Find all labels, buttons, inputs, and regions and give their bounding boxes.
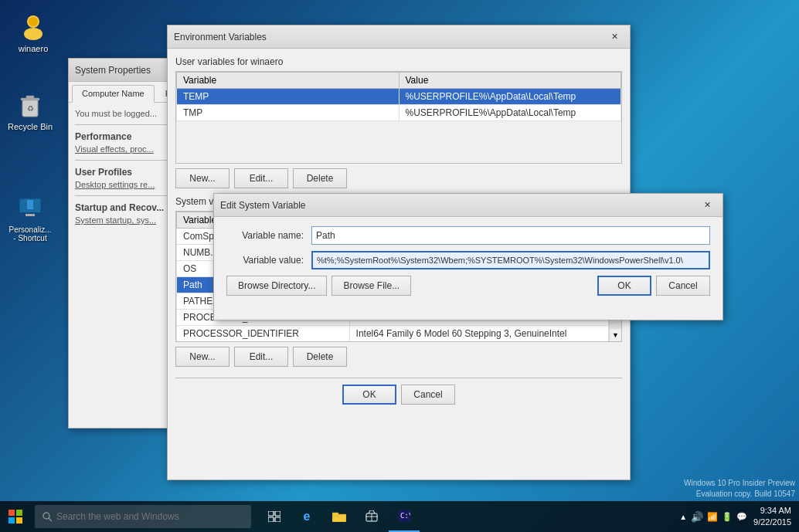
sys-new-button[interactable]: New... [175,347,230,367]
clock-time: 9:34 AM [753,505,791,517]
edge-browser-button[interactable]: e [291,501,322,532]
start-button[interactable] [0,501,31,532]
svg-rect-17 [268,511,274,516]
user-vars-table: Variable Value TEMP %USERPROFILE%\AppDat… [176,72,621,121]
svg-point-1 [24,28,42,40]
user-edit-button[interactable]: Edit... [234,168,288,188]
variable-value-row: Variable value: [226,251,710,269]
tray-icons: ▲ 🔊 📶 🔋 💬 [679,511,747,523]
user-var-value: %USERPROFILE%\AppData\Local\Temp [399,105,621,121]
svg-rect-18 [275,511,280,516]
edit-system-variable-dialog: Edit System Variable ✕ Variable name: Va… [213,193,723,320]
taskbar-clock[interactable]: 9:34 AM 9/22/2015 [753,505,791,529]
edit-var-controls: ✕ [698,197,716,214]
windows-info-line2: Evaluation copy. Build 10547 [684,489,795,500]
env-vars-titlebar[interactable]: Environment Variables ✕ [168,25,630,49]
sys-edit-button[interactable]: Edit... [234,347,288,367]
env-vars-controls: ✕ [605,29,624,46]
search-input[interactable] [56,511,226,522]
edit-var-ok-button[interactable]: OK [597,276,651,296]
env-vars-cancel-button[interactable]: Cancel [401,385,455,405]
tray-battery-icon[interactable]: 🔋 [722,512,733,522]
svg-point-15 [43,513,49,519]
windows-info-line1: Windows 10 Pro Insider Preview [684,478,795,489]
recycle-bin-icon: ♻ [15,89,46,120]
svg-rect-13 [8,517,15,524]
command-prompt-button[interactable]: C:\ [389,501,420,532]
user-table-col-value: Value [399,73,621,89]
taskbar-app-icons: e C:\ [259,501,420,532]
variable-value-input[interactable] [311,251,710,269]
svg-rect-9 [26,214,35,216]
clock-date: 9/22/2015 [753,517,791,528]
sys-var-name: PROCESSOR_IDENTIFIER [177,326,350,342]
taskbar-search-box[interactable] [35,505,251,528]
table-row[interactable]: PROCESSOR_IDENTIFIER Intel64 Family 6 Mo… [177,326,609,342]
table-row[interactable]: TEMP %USERPROFILE%\AppData\Local\Temp [177,89,621,105]
desktop-icon-winaero[interactable]: winaero [6,8,60,56]
windows-watermark: Windows 10 Pro Insider Preview Evaluatio… [684,478,799,500]
env-vars-ok-button[interactable]: OK [342,385,396,405]
tray-network-icon[interactable]: 🔊 [691,511,703,523]
tab-computer-name[interactable]: Computer Name [72,85,155,103]
env-vars-title: Environment Variables [174,32,605,42]
variable-name-input[interactable] [311,226,710,245]
tray-action-center[interactable]: 💬 [736,512,747,522]
sys-var-value: Intel64 Family 6 Model 60 Stepping 3, Ge… [349,326,608,342]
svg-rect-5 [26,96,34,99]
tray-expand[interactable]: ▲ [679,513,687,521]
edit-var-content: Variable name: Variable value: Browse Di… [214,217,722,305]
svg-rect-12 [16,510,22,516]
task-view-button[interactable] [259,501,290,532]
user-table-col-variable: Variable [177,73,400,89]
tray-volume-icon[interactable]: 📶 [707,512,718,522]
desktop-icon-recycle-bin[interactable]: ♻ Recycle Bin [3,86,57,134]
sys-props-title: System Properties [75,65,165,76]
scrollbar-down[interactable]: ▼ [610,329,621,341]
edit-var-titlebar[interactable]: Edit System Variable ✕ [214,194,722,217]
variable-name-label: Variable name: [226,230,311,241]
svg-rect-10 [27,200,33,209]
svg-text:C:\: C:\ [400,512,410,520]
file-explorer-button[interactable] [324,501,355,532]
edit-var-cancel-button[interactable]: Cancel [656,276,710,296]
browse-file-button[interactable]: Browse File... [332,276,411,296]
desktop-icon-personalization[interactable]: Personaliz...- Shortcut [3,189,57,246]
winaero-label: winaero [9,44,57,53]
user-delete-button[interactable]: Delete [293,168,347,188]
svg-point-2 [29,17,38,26]
table-row[interactable]: TMP %USERPROFILE%\AppData\Local\Temp [177,105,621,121]
svg-line-16 [49,518,52,521]
user-vars-label: User variables for winaero [175,56,622,67]
variable-value-label: Variable value: [226,255,311,266]
svg-text:♻: ♻ [27,104,34,113]
edit-var-title: Edit System Variable [220,200,698,211]
user-var-name: TMP [177,105,400,121]
svg-rect-22 [332,513,338,516]
recycle-bin-label: Recycle Bin [6,122,54,131]
edit-var-buttons: Browse Directory... Browse File... OK Ca… [226,276,710,296]
user-var-name: TEMP [177,89,400,105]
taskbar-tray: ▲ 🔊 📶 🔋 💬 9:34 AM 9/22/2015 [679,505,799,529]
user-var-value: %USERPROFILE%\AppData\Local\Temp [399,89,621,105]
browse-directory-button[interactable]: Browse Directory... [226,276,327,296]
personalization-label: Personaliz...- Shortcut [6,225,54,242]
variable-name-row: Variable name: [226,226,710,245]
env-vars-close[interactable]: ✕ [605,29,624,46]
sys-delete-button[interactable]: Delete [293,347,347,367]
svg-rect-11 [8,510,15,516]
edit-var-close[interactable]: ✕ [698,197,716,214]
svg-rect-14 [16,517,22,524]
svg-rect-20 [275,517,280,522]
user-new-button[interactable]: New... [175,168,230,188]
taskbar: e C:\ [0,501,799,532]
personalization-icon [15,192,46,223]
winaero-icon [18,11,49,42]
svg-rect-19 [268,517,274,522]
windows-store-button[interactable] [356,501,387,532]
desktop: winaero ♻ Recycle Bin Personaliz...- Sho… [0,0,799,532]
